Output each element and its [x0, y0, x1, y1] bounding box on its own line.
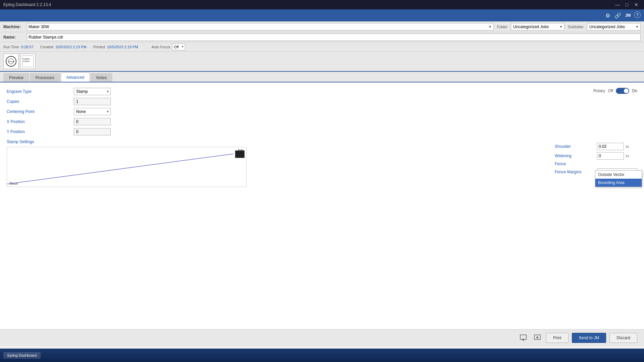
rotary-toggle[interactable]	[616, 88, 629, 94]
x-position-input[interactable]	[74, 118, 111, 125]
engrave-type-select-wrapper: Stamp Engrave	[74, 88, 111, 95]
stamp-chart: Ink Base	[7, 147, 247, 187]
autofocus-label: Auto Focus	[152, 45, 170, 49]
link-icon[interactable]: 🔗	[614, 11, 622, 19]
thumbnail-1[interactable]: STAMP	[3, 54, 19, 69]
engrave-type-label: Engrave Type	[7, 89, 74, 94]
thumbnail-1-image: STAMP	[4, 55, 18, 68]
taskbar: Epilog Dashboard	[0, 349, 644, 362]
created-value: 10/5/2023 2:19 PM	[55, 45, 87, 49]
svg-marker-15	[536, 336, 539, 338]
printed-label: Printed	[93, 45, 105, 49]
subfolder-select[interactable]: Uncategorized Jobs	[587, 23, 641, 31]
folder-select-wrapper: Uncategorized Jobs	[511, 23, 565, 31]
printed-info: Printed 10/5/2023 2:19 PM	[93, 45, 138, 49]
shoulder-input[interactable]	[597, 143, 624, 150]
thumbnails-area: STAMP RUBBER STAMPS	[0, 52, 644, 72]
info-row: Run Time 0:28:57 Created 10/5/2023 2:19 …	[0, 42, 644, 52]
autofocus-select-wrapper: Off On	[172, 44, 185, 50]
dropdown-item-bounding-area[interactable]: Bounding Area	[595, 179, 642, 187]
export-icon[interactable]	[532, 333, 543, 343]
bottom-bar: Print Send to JM Discard	[0, 329, 644, 346]
settings-icon[interactable]: ⚙	[604, 11, 612, 19]
fence-label: Fence	[555, 162, 595, 166]
subfolder-select-wrapper: Uncategorized Jobs	[587, 23, 641, 31]
discard-button[interactable]: Discard	[609, 333, 637, 343]
window-controls: — □ ✕	[613, 1, 641, 8]
thumbnail-2-image: RUBBER STAMPS	[21, 55, 35, 68]
toggle-on-label: On	[632, 88, 637, 93]
fence-row: Fence	[555, 162, 637, 166]
import-svg	[520, 334, 527, 342]
name-input[interactable]	[27, 34, 641, 41]
copies-label: Copies	[7, 99, 74, 104]
minimize-button[interactable]: —	[613, 1, 622, 8]
centering-point-select-wrapper: None Center Top Left Top Right	[74, 108, 111, 115]
main-content: Engrave Type Stamp Engrave Rotary Off On…	[0, 82, 644, 346]
stamp-settings-label: Stamp Settings	[7, 139, 637, 144]
print-button[interactable]: Print	[546, 333, 569, 343]
close-button[interactable]: ✕	[632, 1, 641, 8]
chart-base-label: Base	[10, 181, 18, 185]
created-label: Created	[40, 45, 53, 49]
y-position-label: Y Position	[7, 129, 74, 134]
widening-unit: in.	[626, 154, 630, 158]
tab-notes[interactable]: Notes	[91, 73, 112, 82]
centering-point-label: Centering Point	[7, 109, 74, 114]
toolbar: ⚙ 🔗 JM ?	[0, 9, 644, 21]
run-time-info: Run Time 0:28:57	[3, 45, 34, 49]
run-time-value: 0:28:57	[21, 45, 34, 49]
jm-icon[interactable]: JM	[624, 11, 632, 19]
name-row: Name:	[0, 32, 644, 42]
machine-select[interactable]: Maker 30W	[27, 23, 494, 31]
y-position-input[interactable]	[74, 128, 111, 135]
shoulder-unit: in.	[626, 144, 630, 148]
run-time-label: Run Time	[3, 45, 19, 49]
tab-advanced[interactable]: Advanced	[61, 72, 90, 82]
widening-input[interactable]	[597, 152, 624, 160]
export-svg	[534, 334, 541, 342]
copies-input[interactable]	[74, 98, 111, 105]
toggle-off-label: Off	[608, 88, 613, 93]
maximize-button[interactable]: □	[623, 1, 631, 8]
taskbar-app-item[interactable]: Epilog Dashboard	[3, 352, 41, 359]
tab-preview[interactable]: Preview	[3, 73, 29, 82]
send-to-jm-button[interactable]: Send to JM	[572, 333, 606, 343]
advanced-tab-content: Engrave Type Stamp Engrave Rotary Off On…	[0, 82, 644, 192]
widening-row: Widening in.	[555, 152, 637, 160]
engrave-type-select[interactable]: Stamp Engrave	[74, 88, 111, 95]
created-info: Created 10/5/2023 2:19 PM	[40, 45, 87, 49]
toolbar-icons: ⚙ 🔗 JM ?	[604, 11, 641, 19]
thumbnail-2[interactable]: RUBBER STAMPS	[20, 54, 36, 69]
svg-text:STAMPS: STAMPS	[23, 60, 30, 62]
folder-select[interactable]: Uncategorized Jobs	[511, 23, 565, 31]
shoulder-row: Shoulder in.	[555, 143, 637, 150]
svg-line-8	[7, 154, 233, 184]
taskbar-app-label: Epilog Dashboard	[7, 353, 37, 357]
import-icon[interactable]	[518, 333, 529, 343]
centering-point-select[interactable]: None Center Top Left Top Right	[74, 108, 111, 115]
tab-processes[interactable]: Processes	[30, 73, 60, 82]
folder-label: Folder	[497, 25, 507, 29]
help-icon[interactable]: ?	[634, 11, 641, 18]
stamp-chart-svg	[7, 147, 247, 187]
machine-label: Machine:	[3, 24, 23, 29]
chart-ink-label: Ink	[238, 148, 244, 153]
machine-select-wrapper: Maker 30W	[27, 23, 494, 31]
fence-margins-label: Fence Margins	[555, 170, 595, 174]
name-label: Name:	[3, 35, 23, 40]
svg-marker-12	[522, 339, 525, 341]
printed-value: 10/5/2023 2:19 PM	[107, 45, 138, 49]
svg-text:STAMP: STAMP	[8, 61, 14, 63]
toggle-knob	[624, 88, 629, 93]
stamp-right-section: Shoulder in. Widening in. Fence Fence Ma…	[555, 143, 637, 194]
widening-label: Widening	[555, 154, 595, 158]
title-bar: Epilog Dashboard 2.2.13.4 — □ ✕	[0, 0, 644, 9]
dropdown-item-outside-vector[interactable]: Outside Vector	[595, 171, 642, 179]
autofocus-select[interactable]: Off On	[172, 44, 185, 50]
tabs-row: Preview Processes Advanced Notes	[0, 72, 644, 82]
subfolder-label: Subfolder	[568, 25, 584, 29]
machine-row: Machine: Maker 30W Folder Uncategorized …	[0, 21, 644, 32]
rotary-section: Rotary Off On	[593, 88, 637, 94]
autofocus-area: Auto Focus Off On	[152, 44, 185, 50]
